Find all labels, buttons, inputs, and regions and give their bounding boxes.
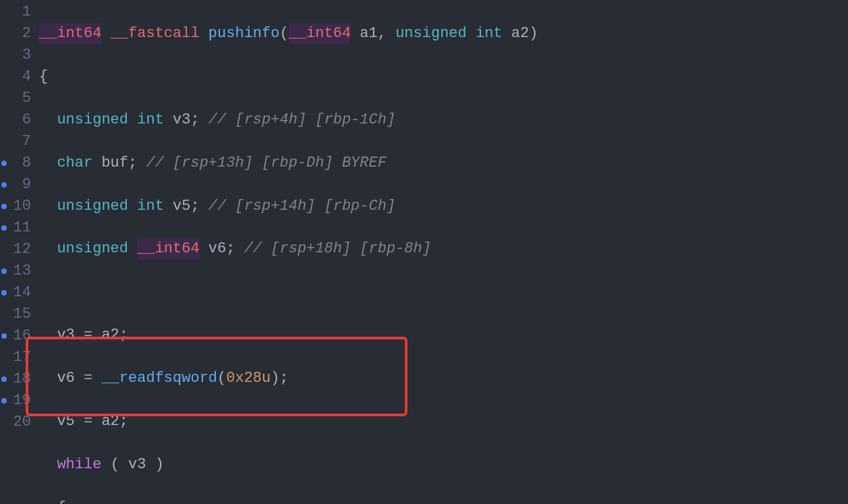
line-number: 10 — [3, 196, 31, 217]
calling-convention: __fastcall — [111, 23, 200, 45]
line-number: 6 — [3, 109, 31, 131]
code-line[interactable]: { — [39, 66, 538, 88]
breakpoint-icon[interactable] — [1, 225, 7, 231]
breakpoint-icon[interactable] — [1, 269, 7, 274]
variable: v6 — [57, 368, 74, 389]
breakpoint-icon[interactable] — [1, 182, 7, 188]
line-number: 13 — [3, 260, 31, 282]
comment: // [rsp+13h] [rbp-Dh] BYREF — [146, 152, 386, 174]
line-number: 2 — [3, 23, 31, 45]
type-keyword: __int64 — [137, 238, 199, 260]
code-line[interactable]: v3 = a2; — [39, 325, 538, 346]
line-number: 14 — [3, 282, 31, 304]
breakpoint-icon[interactable] — [1, 204, 7, 209]
comment: // [rsp+14h] [rbp-Ch] — [208, 196, 395, 217]
variable: buf — [101, 152, 128, 174]
code-line[interactable]: char buf; // [rsp+13h] [rbp-Dh] BYREF — [39, 152, 538, 174]
code-line[interactable]: v6 = __readfsqword(0x28u); — [39, 368, 538, 389]
breakpoint-icon[interactable] — [1, 398, 7, 403]
line-number: 12 — [3, 239, 31, 260]
type-keyword: int — [137, 196, 164, 217]
keyword: while — [57, 454, 101, 476]
breakpoint-icon[interactable] — [1, 333, 7, 339]
line-number: 3 — [3, 45, 31, 66]
type-keyword: int — [476, 23, 503, 45]
type-keyword: int — [137, 109, 164, 131]
type-keyword: __int64 — [289, 23, 351, 45]
variable: a2 — [101, 325, 119, 346]
line-number-gutter: 1 2 3 4 5 6 7 8 9 10 11 12 13 14 15 16 1… — [0, 0, 36, 504]
code-line[interactable] — [39, 281, 538, 303]
code-line[interactable]: { — [39, 497, 538, 504]
type-keyword: unsigned — [57, 196, 128, 217]
code-line[interactable]: unsigned int v3; // [rsp+4h] [rbp-1Ch] — [39, 109, 538, 131]
line-number: 4 — [3, 66, 31, 88]
comment: // [rsp+4h] [rbp-1Ch] — [208, 109, 395, 131]
line-number: 7 — [3, 131, 31, 152]
line-number: 19 — [3, 390, 31, 412]
line-number: 16 — [3, 325, 31, 347]
code-area[interactable]: __int64 __fastcall pushinfo(__int64 a1, … — [36, 0, 538, 504]
type-keyword: __int64 — [39, 23, 101, 45]
code-line[interactable]: while ( v3 ) — [39, 454, 538, 476]
variable: v5 — [57, 411, 74, 432]
line-number: 17 — [3, 347, 31, 368]
breakpoint-icon[interactable] — [1, 161, 7, 166]
line-number: 15 — [3, 304, 31, 325]
param: a1 — [360, 23, 377, 45]
line-number: 5 — [3, 88, 31, 109]
code-line[interactable]: unsigned __int64 v6; // [rsp+18h] [rbp-8… — [39, 238, 538, 260]
variable: v5 — [173, 196, 190, 217]
type-keyword: unsigned — [395, 23, 467, 45]
line-number: 18 — [3, 368, 31, 390]
code-line[interactable]: __int64 __fastcall pushinfo(__int64 a1, … — [39, 23, 538, 45]
line-number: 20 — [3, 412, 31, 433]
variable: a2 — [101, 411, 119, 432]
code-editor[interactable]: 1 2 3 4 5 6 7 8 9 10 11 12 13 14 15 16 1… — [0, 0, 848, 504]
code-line[interactable]: v5 = a2; — [39, 411, 538, 432]
type-keyword: unsigned — [57, 109, 128, 131]
line-number: 1 — [3, 1, 31, 23]
code-line[interactable]: unsigned int v5; // [rsp+14h] [rbp-Ch] — [39, 195, 538, 217]
line-number: 8 — [3, 152, 31, 174]
function-name: pushinfo — [208, 23, 280, 45]
variable: v3 — [128, 454, 146, 476]
breakpoint-icon[interactable] — [1, 376, 7, 382]
variable: v3 — [57, 325, 74, 346]
number-literal: 0x28u — [226, 368, 271, 389]
comment: // [rsp+18h] [rbp-8h] — [244, 238, 431, 260]
type-keyword: unsigned — [57, 238, 128, 260]
variable: v3 — [173, 109, 190, 131]
function-call: __readfsqword — [101, 368, 217, 389]
line-number: 11 — [3, 217, 31, 239]
param: a2 — [511, 23, 529, 45]
line-number: 9 — [3, 174, 31, 196]
breakpoint-icon[interactable] — [1, 290, 7, 296]
type-keyword: char — [57, 152, 92, 174]
variable: v6 — [208, 238, 226, 260]
